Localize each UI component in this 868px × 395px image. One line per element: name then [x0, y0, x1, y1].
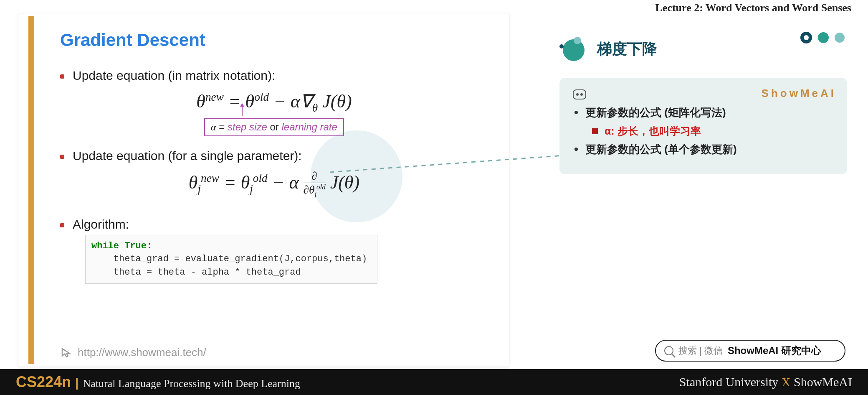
- footer-bar: CS224n | Natural Language Processing wit…: [0, 369, 868, 395]
- code-colon: :: [147, 241, 152, 251]
- search-hint: 搜索 | 微信: [678, 344, 723, 357]
- bullet-2-text: Update equation (for a single parameter)…: [73, 149, 302, 163]
- footer-left: CS224n | Natural Language Processing wit…: [16, 373, 300, 391]
- note-step-size: step size: [228, 121, 267, 133]
- footer-right: Stanford University X ShowMeAI: [679, 375, 852, 389]
- keyword-while: while: [91, 241, 119, 251]
- search-strong: ShowMeAI 研究中心: [728, 344, 821, 357]
- bullet-dot-icon: [60, 74, 64, 79]
- note-learning-rate: learning rate: [281, 121, 337, 133]
- note-or: or: [267, 121, 282, 133]
- cn-bullet-2-text: 更新参数的公式 (单个参数更新): [585, 142, 737, 157]
- note-alpha: α: [211, 122, 216, 133]
- bullet-1: Update equation (in matrix notation):: [60, 69, 488, 83]
- course-code: CS224n: [16, 373, 71, 391]
- footer-showmeai: ShowMeAI: [791, 375, 853, 389]
- alpha-note-box: α = step size or learning rate: [204, 118, 344, 136]
- footer-pipe: |: [75, 376, 78, 390]
- dot-medium-icon: [818, 32, 829, 43]
- cn-sub-1: α: 步长，也叫学习率: [592, 124, 834, 138]
- content-area: Gradient Descent Update equation (in mat…: [8, 13, 860, 369]
- bullet-3: Algorithm:: [60, 217, 488, 232]
- slide-card: Gradient Descent Update equation (in mat…: [18, 13, 509, 367]
- bullet-1-text: Update equation (in matrix notation):: [73, 69, 275, 83]
- code-line-1: while True:: [91, 240, 371, 253]
- code-block: while True: theta_grad = evaluate_gradie…: [85, 235, 377, 284]
- title-bubble-icon: [559, 37, 589, 61]
- cursor-icon: [60, 347, 73, 359]
- dot-ring-icon: [800, 32, 812, 43]
- cn-title: 梯度下降: [597, 39, 657, 59]
- square-bullet-icon: [592, 128, 598, 134]
- arrow-up-icon: [242, 104, 243, 116]
- equation-2: θjnew = θjold − α ∂∂θjold J(θ): [60, 171, 488, 198]
- cn-sub-1-text: α: 步长，也叫学习率: [605, 124, 701, 138]
- equation-1: θnew = θold − α∇θ J(θ): [60, 90, 488, 115]
- code-line-3: theta = theta - alpha * theta_grad: [91, 266, 371, 279]
- bullet-dot-icon: [60, 155, 64, 159]
- keyword-true: True: [124, 241, 147, 251]
- right-column: 梯度下降 ShowMeAI 更新参数的公式 (矩阵化写法) α: 步长，也叫学习…: [559, 37, 847, 174]
- course-subtitle: Natural Language Processing with Deep Le…: [83, 377, 300, 390]
- page: Lecture 2: Word Vectors and Word Senses …: [0, 0, 868, 395]
- lecture-label: Lecture 2: Word Vectors and Word Senses: [655, 2, 851, 14]
- decorative-dots: [800, 32, 845, 43]
- translation-box: ShowMeAI 更新参数的公式 (矩阵化写法) α: 步长，也叫学习率 更新参…: [559, 78, 847, 174]
- footer-x: X: [782, 375, 791, 389]
- cn-bullet-1: 更新参数的公式 (矩阵化写法): [573, 105, 834, 120]
- slide-body: Gradient Descent Update equation (in mat…: [43, 13, 501, 367]
- bullet-2: Update equation (for a single parameter)…: [60, 149, 488, 163]
- url-text[interactable]: http://www.showmeai.tech/: [78, 346, 206, 359]
- bullet-dot-icon: [574, 148, 578, 151]
- dot-small-icon: [835, 33, 845, 43]
- bullet-dot-icon: [60, 223, 64, 227]
- search-icon: [664, 346, 673, 355]
- slide-title: Gradient Descent: [60, 30, 488, 50]
- code-line-2: theta_grad = evaluate_gradient(J,corpus,…: [91, 252, 371, 266]
- url-row: http://www.showmeai.tech/: [60, 346, 206, 359]
- cn-bullet-2: 更新参数的公式 (单个参数更新): [573, 142, 834, 157]
- search-pill[interactable]: 搜索 | 微信 ShowMeAI 研究中心: [655, 340, 845, 362]
- bullet-3-text: Algorithm:: [73, 217, 129, 232]
- cn-bullet-1-text: 更新参数的公式 (矩阵化写法): [585, 105, 726, 120]
- slide-accent-bar: [28, 16, 34, 364]
- bullet-dot-icon: [574, 111, 578, 114]
- note-eq: =: [216, 121, 228, 133]
- bot-icon: [573, 89, 586, 99]
- note-box-wrap: α = step size or learning rate: [60, 118, 488, 136]
- brand-label: ShowMeAI: [762, 87, 836, 100]
- footer-stanford: Stanford University: [679, 375, 782, 389]
